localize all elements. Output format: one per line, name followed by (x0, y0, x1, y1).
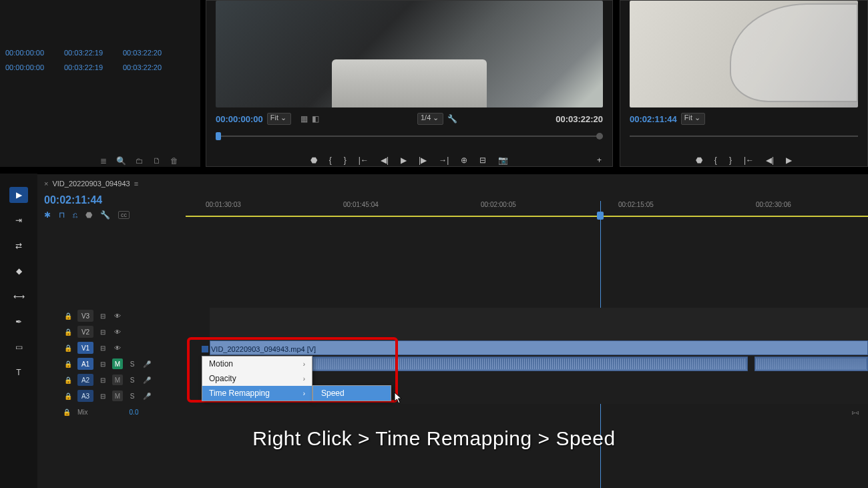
wrench-icon[interactable]: 🔧 (447, 114, 457, 124)
track-label[interactable]: V3 (77, 310, 93, 322)
program-fit-select[interactable]: Fit ⌄ (681, 113, 705, 125)
source-fit-select[interactable]: Fit ⌄ (267, 113, 291, 125)
lock-icon[interactable]: 🔒 (63, 377, 73, 384)
go-to-in-button[interactable]: |← (359, 156, 369, 165)
mark-out-button[interactable]: } (344, 156, 347, 165)
toggle-output-icon[interactable]: ⊟ (97, 360, 108, 368)
source-media-view[interactable] (216, 1, 603, 107)
program-scrubber[interactable] (630, 130, 858, 142)
menu-motion[interactable]: Motion› (202, 356, 312, 371)
eye-icon[interactable]: 👁 (112, 344, 123, 352)
type-tool[interactable]: T (9, 364, 28, 381)
lock-icon[interactable]: 🔒 (63, 409, 71, 416)
marker-icon[interactable]: ⬣ (310, 156, 317, 165)
list-view-icon[interactable]: ≣ (100, 156, 107, 166)
track-lane[interactable] (210, 308, 868, 324)
lock-icon[interactable]: 🔒 (63, 360, 73, 368)
track-label[interactable]: V2 (77, 326, 93, 338)
menu-opacity[interactable]: Opacity› (202, 371, 312, 386)
add-button[interactable]: + (597, 156, 602, 165)
settings-icon[interactable]: 🔧 (100, 210, 110, 220)
source-transport: ⬣ { } |← ◀| ▶ |▶ →| ⊕ ⊟ 📷 + (206, 153, 612, 168)
lock-icon[interactable]: 🔒 (63, 344, 73, 352)
cc-icon[interactable]: cc (118, 211, 130, 219)
sequence-tab[interactable]: × VID_20220903_094943 ≡ (44, 180, 138, 188)
mute-button[interactable]: M (112, 375, 123, 385)
source-zoom-select[interactable]: 1/4 ⌄ (417, 113, 443, 125)
track-label[interactable]: A1 (77, 358, 93, 370)
tc-in: 00:00:00:00 (0, 49, 59, 57)
play-button[interactable]: ▶ (786, 156, 792, 165)
track-label[interactable]: A3 (77, 390, 93, 402)
table-row[interactable]: 00:00:00:00 00:03:22:19 00:03:22:20 (0, 45, 176, 60)
safe-margins-icon[interactable]: ▦ (300, 114, 308, 124)
toggle-output-icon[interactable]: ⊟ (97, 312, 108, 320)
lock-icon[interactable]: 🔒 (63, 312, 73, 320)
mark-in-button[interactable]: { (329, 156, 332, 165)
timeline-timecode[interactable]: 00:02:11:44 (44, 194, 102, 206)
mark-out-button[interactable]: } (729, 156, 732, 165)
solo-button[interactable]: S (127, 360, 138, 368)
source-scrubber[interactable] (216, 130, 603, 142)
razor-tool[interactable]: ◆ (9, 263, 28, 279)
playhead-handle[interactable] (597, 212, 604, 220)
solo-button[interactable]: S (127, 393, 138, 400)
step-forward-button[interactable]: |▶ (419, 156, 427, 165)
tc-dur: 00:03:22:20 (118, 49, 176, 57)
hand-tool[interactable]: ▭ (9, 339, 28, 355)
menu-time-remapping[interactable]: Time Remapping› (202, 386, 312, 401)
pen-tool[interactable]: ✒ (9, 314, 28, 330)
ripple-edit-tool[interactable]: ⇄ (9, 238, 28, 254)
time-ruler[interactable]: 00:01:30:03 00:01:45:04 00:02:00:05 00:0… (186, 201, 868, 218)
slip-tool[interactable]: ⟷ (9, 288, 28, 304)
trash-icon[interactable]: 🗑 (170, 156, 178, 166)
go-to-in-button[interactable]: |← (744, 156, 754, 165)
voice-icon[interactable]: 🎤 (142, 393, 152, 400)
toggle-output-icon[interactable]: ⊟ (97, 393, 108, 400)
marker-icon[interactable]: ⬣ (696, 156, 702, 165)
voice-icon[interactable]: 🎤 (142, 360, 152, 368)
go-to-out-button[interactable]: →| (439, 156, 449, 165)
nest-icon[interactable]: ✱ (44, 210, 51, 220)
program-media-view[interactable] (630, 1, 858, 107)
mute-button[interactable]: M (112, 358, 123, 369)
submenu-speed[interactable]: Speed (313, 386, 391, 401)
link-icon[interactable]: ⎌ (73, 210, 77, 220)
program-timecode[interactable]: 00:02:11:44 (630, 114, 677, 124)
lock-icon[interactable]: 🔒 (63, 328, 73, 336)
step-back-button[interactable]: ◀| (766, 156, 774, 165)
solo-button[interactable]: S (127, 377, 138, 384)
toggle-output-icon[interactable]: ⊟ (97, 344, 108, 352)
selection-tool[interactable]: ▶ (9, 187, 28, 203)
track-label[interactable]: V1 (77, 342, 93, 354)
export-frame-button[interactable]: 📷 (498, 156, 508, 165)
play-button[interactable]: ▶ (401, 156, 407, 165)
folder-icon[interactable]: 🗀 (136, 156, 144, 166)
eye-icon[interactable]: 👁 (112, 328, 123, 336)
track-label[interactable]: A2 (77, 374, 93, 386)
track-select-tool[interactable]: ⇥ (9, 212, 28, 228)
source-timecode[interactable]: 00:00:00:00 (216, 114, 263, 124)
step-back-button[interactable]: ◀| (381, 156, 389, 165)
insert-button[interactable]: ⊕ (461, 156, 467, 165)
mute-button[interactable]: M (112, 391, 123, 401)
toggle-output-icon[interactable]: ⊟ (97, 377, 108, 384)
close-icon[interactable]: × (44, 180, 48, 188)
table-row[interactable]: 00:00:00:00 00:03:22:19 00:03:22:20 (0, 60, 176, 75)
voice-icon[interactable]: 🎤 (142, 377, 152, 384)
new-item-icon[interactable]: 🗋 (153, 156, 161, 166)
settings-icon[interactable]: ◧ (312, 114, 319, 124)
overwrite-button[interactable]: ⊟ (479, 156, 486, 165)
menu-icon[interactable]: ≡ (134, 180, 138, 188)
marker-icon[interactable]: ⬣ (85, 210, 92, 220)
eye-icon[interactable]: 👁 (112, 312, 123, 320)
snap-icon[interactable]: ⊓ (59, 210, 65, 220)
lock-icon[interactable]: 🔒 (63, 393, 73, 400)
mix-value[interactable]: 0.0 (130, 409, 139, 416)
mark-in-button[interactable]: { (714, 156, 717, 165)
audio-clip[interactable] (754, 356, 868, 371)
source-playhead[interactable] (216, 132, 221, 140)
search-icon[interactable]: 🔍 (116, 156, 126, 166)
snap-to-icon[interactable]: ▹◃ (852, 409, 859, 416)
toggle-output-icon[interactable]: ⊟ (97, 328, 108, 336)
